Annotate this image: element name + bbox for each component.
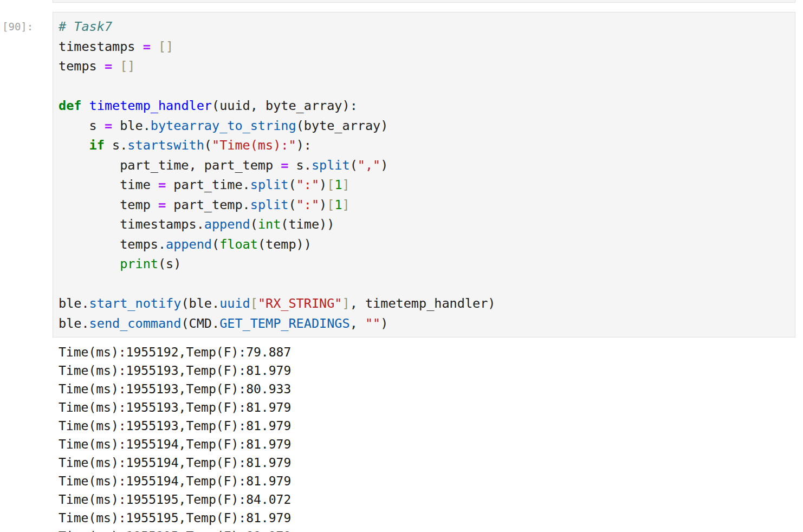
code-token-num: 1 bbox=[334, 197, 342, 212]
code-editor[interactable]: # Task7timestamps = []temps = [] def tim… bbox=[59, 17, 789, 333]
code-token-v: temp bbox=[59, 197, 158, 212]
code-token-v: ) bbox=[380, 316, 388, 331]
output-line: Time(ms):1955195,Temp(F):81.979 bbox=[59, 527, 795, 532]
code-token-v: time bbox=[59, 177, 158, 192]
output-line: Time(ms):1955193,Temp(F):81.979 bbox=[59, 398, 795, 417]
code-token-str: "RX_STRING" bbox=[258, 296, 342, 311]
code-line: if s.startswith("Time(ms):"): bbox=[59, 135, 789, 155]
code-token-v bbox=[112, 59, 120, 74]
code-token-v bbox=[59, 138, 89, 153]
code-token-prop: split bbox=[250, 177, 289, 192]
code-token-str: "," bbox=[358, 158, 380, 173]
code-token-str: ":" bbox=[296, 197, 319, 212]
code-token-str: "Time(ms):" bbox=[212, 138, 296, 153]
code-line: temps = [] bbox=[59, 56, 789, 76]
code-token-prop: GET_TEMP_READINGS bbox=[219, 316, 350, 331]
output-line: Time(ms):1955193,Temp(F):80.933 bbox=[59, 380, 795, 398]
code-token-prop: append bbox=[166, 237, 212, 252]
code-token-bi: print bbox=[120, 256, 158, 271]
code-token-op: = bbox=[105, 118, 112, 133]
code-token-v: , timetemp_handler) bbox=[350, 296, 496, 311]
code-token-v: temps. bbox=[59, 237, 166, 252]
code-token-prop: start_notify bbox=[89, 296, 182, 311]
code-token-op: = bbox=[158, 177, 166, 192]
code-token-v: ( bbox=[212, 237, 219, 252]
code-token-br: ] bbox=[342, 177, 350, 192]
code-line bbox=[59, 274, 789, 294]
output-line: Time(ms):1955195,Temp(F):81.979 bbox=[59, 509, 795, 527]
code-line: temps.append(float(temp)) bbox=[59, 235, 789, 255]
code-token-bi: int bbox=[258, 217, 281, 232]
code-token-v: part_time. bbox=[166, 177, 250, 192]
code-token-v: ( bbox=[288, 197, 296, 212]
code-token-br: [] bbox=[120, 59, 135, 74]
code-cell-input[interactable]: # Task7timestamps = []temps = [] def tim… bbox=[53, 12, 795, 338]
code-line: print(s) bbox=[59, 254, 789, 274]
code-line: timestamps = [] bbox=[59, 37, 789, 57]
code-token-op: = bbox=[158, 197, 166, 212]
code-token-br: [ bbox=[327, 177, 334, 192]
code-token-v: (uuid, byte_array): bbox=[212, 98, 358, 113]
code-token-v: s. bbox=[105, 138, 127, 153]
code-token-prop: append bbox=[204, 217, 250, 232]
code-token-v: , bbox=[350, 316, 365, 331]
code-token-br: ] bbox=[342, 197, 350, 212]
code-token-v: ( bbox=[204, 138, 212, 153]
cell-output: Time(ms):1955192,Temp(F):79.887Time(ms):… bbox=[59, 343, 795, 532]
code-token-v: ( bbox=[350, 158, 358, 173]
code-token-v: ble. bbox=[59, 316, 89, 331]
code-line: part_time, part_temp = s.split(",") bbox=[59, 155, 789, 176]
code-line: ble.send_command(CMD.GET_TEMP_READINGS, … bbox=[59, 314, 789, 334]
code-token-v: (ble. bbox=[181, 296, 219, 311]
code-line: temp = part_temp.split(":")[1] bbox=[59, 195, 789, 215]
code-line: time = part_time.split(":")[1] bbox=[59, 175, 789, 195]
output-line: Time(ms):1955194,Temp(F):81.979 bbox=[59, 453, 795, 472]
code-token-v: timestamps. bbox=[59, 217, 204, 232]
code-token-kw: def bbox=[59, 98, 81, 113]
code-token-str: "" bbox=[365, 316, 380, 331]
code-token-op: = bbox=[105, 59, 112, 74]
code-token-v: (byte_array) bbox=[296, 118, 388, 133]
code-token-bi: float bbox=[219, 237, 258, 252]
code-token-num: 1 bbox=[334, 177, 342, 192]
code-token-v: ) bbox=[319, 177, 327, 192]
code-token-prop: bytearray_to_string bbox=[151, 118, 296, 133]
code-line: s = ble.bytearray_to_string(byte_array) bbox=[59, 116, 789, 136]
code-token-op: = bbox=[281, 158, 288, 173]
code-token-v: ble. bbox=[112, 118, 151, 133]
code-token-prop: startswith bbox=[127, 138, 204, 153]
code-token-v: ) bbox=[380, 158, 388, 173]
code-line: def timetemp_handler(uuid, byte_array): bbox=[59, 96, 789, 116]
code-token-v: (time)) bbox=[281, 217, 334, 232]
code-line: timestamps.append(int(time)) bbox=[59, 215, 789, 235]
code-token-v: part_time, part_temp bbox=[59, 158, 281, 173]
output-line: Time(ms):1955192,Temp(F):79.887 bbox=[59, 343, 795, 361]
code-token-com: # Task7 bbox=[59, 19, 112, 34]
code-token-br: ] bbox=[342, 296, 350, 311]
code-token-br: [] bbox=[158, 39, 173, 54]
code-token-v: s bbox=[59, 118, 105, 133]
output-line: Time(ms):1955193,Temp(F):81.979 bbox=[59, 417, 795, 435]
code-token-v: part_temp. bbox=[166, 197, 250, 212]
code-token-v: timestamps bbox=[59, 39, 143, 54]
code-token-v: ble. bbox=[59, 296, 89, 311]
code-line: # Task7 bbox=[59, 17, 789, 37]
code-token-v bbox=[59, 256, 120, 271]
output-line: Time(ms):1955193,Temp(F):81.979 bbox=[59, 361, 795, 380]
code-token-v: ( bbox=[250, 217, 258, 232]
code-line: ble.start_notify(ble.uuid["RX_STRING"], … bbox=[59, 294, 789, 314]
code-token-v: (temp)) bbox=[258, 237, 312, 252]
code-token-op: = bbox=[143, 39, 151, 54]
code-token-prop: send_command bbox=[89, 316, 182, 331]
code-token-v: temps bbox=[59, 59, 105, 74]
code-token-def: timetemp_handler bbox=[89, 98, 212, 113]
code-token-v: (CMD. bbox=[181, 316, 219, 331]
code-token-str: ":" bbox=[296, 177, 319, 192]
code-token-v bbox=[81, 98, 89, 113]
code-token-v: s. bbox=[288, 158, 311, 173]
code-token-v: ): bbox=[296, 138, 312, 153]
previous-cell-edge[interactable] bbox=[53, 0, 795, 3]
output-line: Time(ms):1955194,Temp(F):81.979 bbox=[59, 472, 795, 490]
code-line bbox=[59, 76, 789, 96]
code-token-v: ) bbox=[319, 197, 327, 212]
